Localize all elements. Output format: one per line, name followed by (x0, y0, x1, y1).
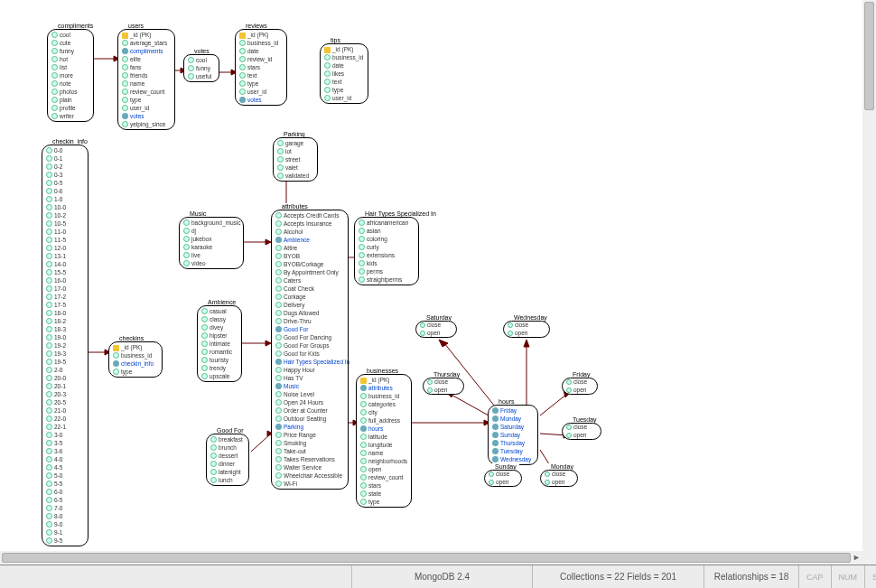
field-label: lunch (219, 476, 233, 484)
entity-businesses: businesses _id (PK)attributesbusiness_id… (356, 374, 412, 508)
field-label: cool (196, 56, 207, 64)
bullet-icon (122, 56, 128, 62)
entity-title: checkins (116, 335, 146, 341)
entity-checkins: checkins _id (PK)business_idcheckin_info… (108, 341, 163, 378)
field-label: Alcohol (284, 228, 303, 236)
entity-compliments: compliments coolcutefunnyhotlistmorenote… (47, 29, 94, 122)
bullet-icon (201, 349, 208, 355)
field-label: 6-0 (54, 488, 62, 496)
field-row: 6-0 (42, 488, 88, 496)
field-row: classy (198, 315, 241, 323)
field-label: coloring (367, 235, 387, 243)
field-label: review_id (247, 55, 272, 63)
field-label: latenight (219, 468, 241, 476)
bullet-icon (210, 461, 217, 467)
link-icon (492, 448, 499, 454)
diagram-canvas[interactable]: compliments coolcutefunnyhotlistmorenote… (0, 0, 862, 551)
field-row: Delivery (272, 301, 348, 309)
bullet-icon (46, 407, 52, 414)
bullet-icon (324, 95, 331, 101)
field-row: review_count (118, 88, 174, 96)
field-label: 11-5 (54, 236, 66, 244)
field-row: dinner (207, 460, 248, 468)
field-row: 17-2 (42, 293, 88, 301)
bullet-icon (324, 54, 331, 61)
field-label: 18-2 (54, 317, 66, 325)
horizontal-scrollbar[interactable]: ► (0, 551, 862, 565)
bullet-icon (275, 440, 282, 446)
field-label: 19-3 (54, 350, 66, 358)
bullet-icon (122, 64, 128, 70)
field: close (563, 424, 601, 432)
field-label: attributes (368, 384, 393, 392)
bullet-icon (275, 432, 282, 438)
entity-title: businesses (364, 368, 401, 374)
scroll-thumb[interactable] (864, 2, 874, 110)
field-row: valet (274, 163, 317, 172)
field-row: 11-5 (42, 236, 88, 244)
bullet-icon (360, 434, 367, 440)
field-label: 22-1 (54, 423, 66, 431)
bullet-icon (46, 196, 52, 202)
field-row: 22-0 (42, 415, 88, 423)
field-row: hours (357, 425, 411, 433)
scroll-arrow-right-icon[interactable]: ► (853, 553, 861, 562)
bullet-icon (46, 432, 52, 438)
field-row: 17-0 (42, 285, 88, 293)
field-row: type (118, 96, 174, 104)
entity-music: Music background_musicdjjukeboxkaraokeli… (179, 217, 244, 269)
field-row: 8-0 (42, 512, 88, 520)
bullet-icon (46, 367, 52, 373)
entity-parking: Parking garagelotstreetvaletvalidated (273, 137, 318, 182)
field-label: divey (210, 323, 223, 331)
field-row: _id (PK) (109, 343, 162, 351)
svg-marker-11 (439, 340, 448, 347)
field-label: business_id (247, 39, 278, 47)
field-row: average_stars (118, 39, 174, 47)
field-row: 22-1 (42, 423, 88, 431)
field-label: BYOB (284, 252, 300, 260)
bullet-icon (46, 440, 52, 446)
field-row: Attire (272, 244, 348, 252)
field-label: Saturday (500, 423, 524, 431)
field-row: 16-0 (42, 276, 88, 285)
bullet-icon (46, 383, 52, 389)
bullet-icon (183, 260, 190, 266)
bullet-icon (46, 497, 52, 503)
field-row: straightperms (355, 275, 418, 284)
bullet-icon (46, 237, 52, 243)
field: open (416, 330, 456, 338)
bullet-icon (46, 269, 52, 275)
field-row: state (357, 490, 411, 498)
field-row: name (357, 449, 411, 457)
field-row: latitude (357, 433, 411, 441)
bullet-icon (275, 294, 282, 300)
field-label: Wi-Fi (284, 480, 297, 488)
field: open (563, 387, 597, 395)
bullet-icon (46, 310, 52, 316)
field-label: friends (130, 71, 148, 79)
field-row: kids (355, 259, 418, 267)
status-bar: MongoDB 2.4 Collections = 22 Fields = 20… (0, 565, 876, 588)
field-label: 3-0 (54, 431, 62, 439)
field-label: karaoke (191, 243, 212, 251)
bullet-icon (46, 350, 52, 357)
scroll-thumb[interactable] (2, 553, 851, 563)
field-row: cool (48, 31, 93, 39)
vertical-scrollbar[interactable] (862, 0, 876, 551)
field-label: Accepts Credit Cards (284, 211, 339, 219)
bullet-icon (201, 365, 208, 371)
bullet-icon (360, 482, 367, 489)
field-label: Friday (500, 406, 517, 415)
entity-title: checkin_info (50, 138, 90, 145)
bullet-icon (239, 89, 246, 95)
field-label: funny (60, 47, 74, 55)
field-row: 5-0 (42, 471, 88, 480)
entity-title: Monday (548, 463, 576, 470)
field-row: review_count (357, 473, 411, 481)
field-row: 9-1 (42, 528, 88, 537)
bullet-icon (277, 164, 284, 171)
bullet-icon (239, 80, 246, 87)
link-icon (492, 424, 499, 430)
field-row: writer (48, 112, 93, 120)
